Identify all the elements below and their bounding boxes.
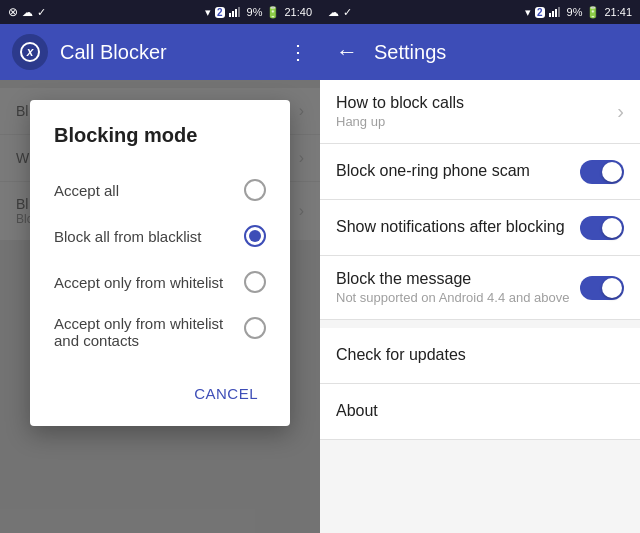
cancel-button[interactable]: Cancel — [178, 377, 274, 410]
battery-percent-left: 9% — [247, 6, 263, 18]
dialog-actions: Cancel — [30, 361, 290, 418]
check-updates-title: Check for updates — [336, 346, 624, 364]
time-right: 21:41 — [604, 6, 632, 18]
status-left-icons-right: ☁ ✓ — [328, 6, 352, 19]
settings-item-block-one-ring[interactable]: Block one-ring phone scam — [320, 144, 640, 200]
settings-title: Settings — [374, 41, 624, 64]
how-to-block-title: How to block calls — [336, 94, 617, 112]
left-panel: ⊗ ☁ ✓ ▾ 2 9% 🔋 21:40 x — [0, 0, 320, 533]
radio-circle-accept-all — [244, 179, 266, 201]
overflow-menu-button[interactable]: ⋮ — [288, 40, 308, 64]
svg-rect-1 — [232, 11, 234, 17]
radio-circle-block-all-blacklist — [244, 225, 266, 247]
settings-item-how-to-block[interactable]: How to block calls Hang up › — [320, 80, 640, 144]
about-title: About — [336, 402, 624, 420]
status-left-icons: ⊗ ☁ ✓ — [8, 5, 46, 19]
settings-item-show-notifications[interactable]: Show notifications after blocking — [320, 200, 640, 256]
signal-bars-icon-right — [549, 5, 563, 19]
status-bar-right: ☁ ✓ ▾ 2 9% 🔋 21:41 — [320, 0, 640, 24]
how-to-block-sub: Hang up — [336, 114, 617, 129]
svg-rect-8 — [555, 9, 557, 17]
signal-bars-icon — [229, 5, 243, 19]
svg-rect-3 — [238, 7, 240, 17]
settings-item-about[interactable]: About — [320, 384, 640, 440]
battery-percent-right: 9% — [567, 6, 583, 18]
block-message-title: Block the message — [336, 270, 580, 288]
block-message-toggle[interactable] — [580, 276, 624, 300]
accept-all-label: Accept all — [54, 182, 228, 199]
back-button[interactable]: ← — [336, 39, 358, 65]
block-one-ring-toggle[interactable] — [580, 160, 624, 184]
accept-whitelist-label: Accept only from whitelist — [54, 274, 228, 291]
svg-rect-7 — [552, 11, 554, 17]
app-logo: x — [12, 34, 48, 70]
chevron-right-icon: › — [617, 100, 624, 123]
svg-rect-2 — [235, 9, 237, 17]
accept-whitelist-contacts-label: Accept only from whitelist and contacts — [54, 315, 228, 349]
radio-option-accept-all[interactable]: Accept all — [30, 167, 290, 213]
block-message-sub: Not supported on Android 4.4 and above — [336, 290, 580, 305]
svg-rect-6 — [549, 13, 551, 17]
app-title: Call Blocker — [60, 41, 276, 64]
radio-option-accept-whitelist-contacts[interactable]: Accept only from whitelist and contacts — [30, 305, 290, 361]
app-header-left: x Call Blocker ⋮ — [0, 24, 320, 80]
radio-option-block-all-blacklist[interactable]: Block all from blacklist — [30, 213, 290, 259]
status-right-icons-right: ▾ 2 9% 🔋 21:41 — [525, 5, 632, 19]
block-all-blacklist-label: Block all from blacklist — [54, 228, 228, 245]
settings-item-block-message[interactable]: Block the message Not supported on Andro… — [320, 256, 640, 320]
signal-2-badge-right: 2 — [535, 7, 545, 18]
right-panel: ☁ ✓ ▾ 2 9% 🔋 21:41 ← Settings — [320, 0, 640, 533]
radio-option-accept-whitelist[interactable]: Accept only from whitelist — [30, 259, 290, 305]
status-right-left: ▾ 2 9% 🔋 21:40 — [205, 5, 312, 19]
dialog-title: Blocking mode — [30, 124, 290, 167]
check-icon-right: ✓ — [343, 6, 352, 19]
battery-icon-right: 🔋 — [586, 6, 600, 19]
radio-circle-accept-whitelist — [244, 271, 266, 293]
radio-circle-accept-whitelist-contacts — [244, 317, 266, 339]
svg-text:x: x — [26, 45, 35, 59]
battery-icon-left: 🔋 — [266, 6, 280, 19]
left-content-area: Bl › Wh › Bl Blo › Blocking mode Accept … — [0, 80, 320, 533]
settings-item-check-updates[interactable]: Check for updates — [320, 328, 640, 384]
wifi-icon: ▾ — [205, 6, 211, 19]
block-one-ring-title: Block one-ring phone scam — [336, 162, 580, 180]
app-header-right: ← Settings — [320, 24, 640, 80]
wifi-icon-right: ▾ — [525, 6, 531, 19]
check-icon: ✓ — [37, 6, 46, 19]
settings-content: How to block calls Hang up › Block one-r… — [320, 80, 640, 533]
signal-2-badge: 2 — [215, 7, 225, 18]
cloud-icon-right: ☁ — [328, 6, 339, 19]
dialog-overlay: Blocking mode Accept all Block all from … — [0, 80, 320, 533]
svg-rect-0 — [229, 13, 231, 17]
show-notifications-title: Show notifications after blocking — [336, 218, 580, 236]
time-left: 21:40 — [284, 6, 312, 18]
status-bar-left: ⊗ ☁ ✓ ▾ 2 9% 🔋 21:40 — [0, 0, 320, 24]
settings-separator-1 — [320, 320, 640, 328]
app-status-icon: ⊗ — [8, 5, 18, 19]
show-notifications-toggle[interactable] — [580, 216, 624, 240]
svg-rect-9 — [558, 7, 560, 17]
blocking-mode-dialog: Blocking mode Accept all Block all from … — [30, 100, 290, 426]
cloud-icon: ☁ — [22, 6, 33, 19]
